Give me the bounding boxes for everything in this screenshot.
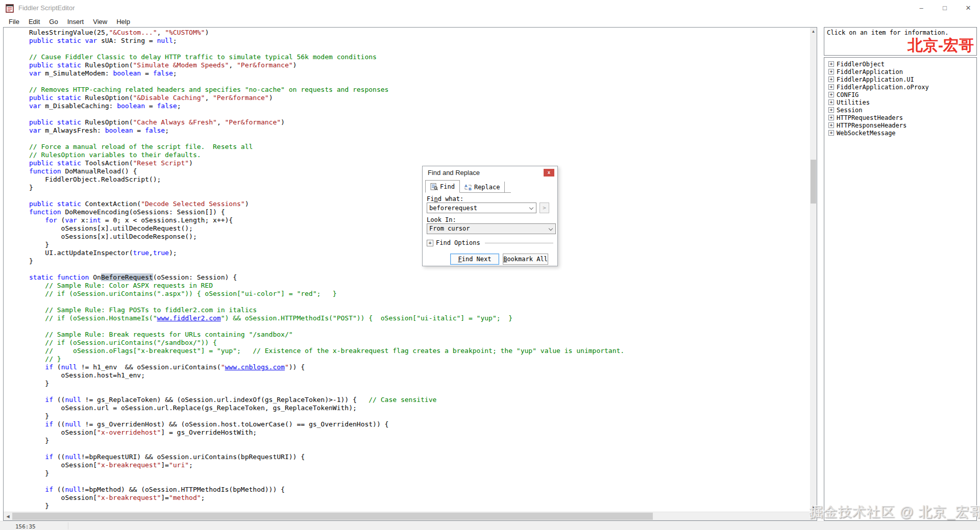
expand-icon[interactable]: + bbox=[828, 69, 834, 74]
expand-icon[interactable]: + bbox=[828, 122, 834, 128]
tree-item-CONFIG[interactable]: +CONFIG bbox=[828, 91, 976, 98]
tree-item-label: Utilities bbox=[837, 99, 870, 106]
tree-item-WebSocketMessage[interactable]: +WebSocketMessage bbox=[828, 129, 976, 137]
find-options-label: Find Options bbox=[436, 239, 480, 246]
code-line: var m_DisableCaching: boolean = false; bbox=[29, 102, 810, 110]
code-line: } bbox=[29, 184, 810, 192]
code-line: // Sample Rule: Flag POSTs to fiddler2.c… bbox=[29, 306, 810, 314]
code-line: public static RulesOption("Cache Always … bbox=[29, 118, 810, 127]
menu-item-edit[interactable]: Edit bbox=[24, 18, 44, 26]
code-line: public static RulesOption("Simulate &Mod… bbox=[29, 61, 810, 69]
tree-item-label: FiddlerObject bbox=[837, 61, 885, 68]
look-in-select[interactable]: From cursor bbox=[427, 223, 556, 234]
code-line: // Cause Fiddler Classic to delay HTTP t… bbox=[29, 53, 810, 61]
code-line: } bbox=[29, 437, 810, 445]
minimize-icon[interactable]: – bbox=[910, 0, 933, 16]
dialog-close-icon[interactable]: x bbox=[544, 169, 554, 176]
code-line bbox=[29, 388, 810, 396]
code-line: if ((null != gs_OverridenHost) && (oSess… bbox=[29, 420, 810, 428]
code-line: public static RulesOption("&Disable Cach… bbox=[29, 94, 810, 102]
app-icon bbox=[5, 4, 14, 13]
code-content[interactable]: RulesStringValue(25,"&Custom...", "%CUST… bbox=[4, 28, 810, 512]
replace-tab-icon: A B bbox=[464, 184, 472, 191]
close-icon[interactable]: ✕ bbox=[957, 0, 980, 16]
code-line: // oSession.oFlags["x-breakrequest"] = "… bbox=[29, 347, 810, 355]
chevron-down-icon[interactable] bbox=[549, 226, 553, 231]
look-in-label: Look In: bbox=[427, 216, 456, 223]
tree-item-FiddlerApplication.UI[interactable]: +FiddlerApplication.UI bbox=[828, 75, 976, 83]
code-line bbox=[29, 135, 810, 143]
tree-item-label: FiddlerApplication.oProxy bbox=[837, 84, 929, 91]
code-line: FiddlerObject.ReloadScript(); bbox=[29, 175, 810, 184]
code-line: public static ContextAction("Decode Sele… bbox=[29, 200, 810, 208]
code-line: oSession["x-overridehost"] = gs_Override… bbox=[29, 428, 810, 437]
tree-item-Session[interactable]: +Session bbox=[828, 106, 976, 114]
menu-item-view[interactable]: View bbox=[88, 18, 112, 26]
expand-plus-icon[interactable]: + bbox=[427, 240, 433, 246]
tree-item-label: CONFIG bbox=[837, 91, 859, 98]
code-line: RulesStringValue(25,"&Custom...", "%CUST… bbox=[29, 29, 810, 37]
tree-item-HTTPResponseHeaders[interactable]: +HTTPResponseHeaders bbox=[828, 121, 976, 129]
scroll-left-icon[interactable]: ◀ bbox=[4, 512, 12, 521]
find-tab-icon bbox=[430, 183, 438, 190]
code-line: if ((null!=bpMethod) && (oSession.HTTPMe… bbox=[29, 486, 810, 494]
bookmark-all-button[interactable]: Bookmark All bbox=[503, 254, 548, 265]
object-tree[interactable]: +FiddlerObject+FiddlerApplication+Fiddle… bbox=[824, 57, 977, 521]
code-line: oSession["x-breakrequest"]="method"; bbox=[29, 494, 810, 502]
dialog-tabs: Find A B Replace bbox=[425, 180, 511, 193]
code-line: } bbox=[29, 380, 810, 388]
horizontal-scrollbar[interactable]: ◀ ▶ bbox=[4, 512, 817, 520]
tree-item-FiddlerApplication.oProxy[interactable]: +FiddlerApplication.oProxy bbox=[828, 83, 976, 91]
title-bar: Fiddler ScriptEditor – □ ✕ bbox=[0, 0, 980, 16]
tree-item-Utilities[interactable]: +Utilities bbox=[828, 98, 976, 106]
tab-replace[interactable]: A B Replace bbox=[460, 182, 505, 192]
code-line: UI.actUpdateInspector(true,true); bbox=[29, 249, 810, 257]
code-line: // if (oSession.uriContains("/sandbox/")… bbox=[29, 339, 810, 347]
code-line: public static ToolsAction("Reset Script"… bbox=[29, 159, 810, 167]
expand-icon[interactable]: + bbox=[828, 92, 834, 97]
find-replace-dialog: Find and Replace x Find A B Replace Find… bbox=[422, 166, 558, 266]
code-line bbox=[29, 265, 810, 273]
expand-icon[interactable]: + bbox=[828, 130, 834, 136]
script-editor[interactable]: RulesStringValue(25,"&Custom...", "%CUST… bbox=[3, 27, 817, 521]
menu-item-insert[interactable]: Insert bbox=[63, 18, 89, 26]
tree-item-label: Session bbox=[837, 107, 863, 114]
svg-text:A: A bbox=[464, 184, 468, 188]
vertical-scrollbar[interactable]: ▲ ▼ bbox=[810, 28, 817, 512]
expand-icon[interactable]: + bbox=[828, 99, 834, 105]
code-line: static function OnBeforeRequest(oSession… bbox=[29, 273, 810, 282]
tree-item-HTTPRequestHeaders[interactable]: +HTTPRequestHeaders bbox=[828, 114, 976, 121]
code-line: } bbox=[29, 412, 810, 420]
expand-icon[interactable]: + bbox=[828, 107, 834, 113]
dialog-title: Find and Replace bbox=[428, 169, 480, 176]
maximize-icon[interactable]: □ bbox=[933, 0, 957, 16]
tree-item-FiddlerApplication[interactable]: +FiddlerApplication bbox=[828, 68, 976, 75]
expand-icon[interactable]: + bbox=[828, 115, 834, 120]
tab-find[interactable]: Find bbox=[425, 180, 460, 193]
find-what-input[interactable] bbox=[427, 203, 536, 213]
info-panel: Click on an item for information. 北京-宏哥 bbox=[824, 27, 977, 56]
find-what-combobox[interactable] bbox=[427, 203, 536, 213]
find-options-expander[interactable]: + Find Options bbox=[427, 239, 553, 246]
svg-text:B: B bbox=[469, 187, 472, 191]
code-line: if (null != h1_env && oSession.uriContai… bbox=[29, 363, 810, 371]
code-line: function DoManualReload() { bbox=[29, 167, 810, 175]
code-line: // Force a manual reload of the script f… bbox=[29, 143, 810, 151]
code-line: } bbox=[29, 257, 810, 265]
code-line bbox=[29, 110, 810, 118]
find-expression-button[interactable]: > bbox=[540, 203, 549, 213]
find-next-button[interactable]: Find Next bbox=[450, 254, 499, 265]
code-line bbox=[29, 45, 810, 53]
menu-item-file[interactable]: File bbox=[4, 18, 24, 26]
horizontal-scroll-thumb[interactable] bbox=[12, 513, 653, 520]
tree-item-FiddlerObject[interactable]: +FiddlerObject bbox=[828, 60, 976, 68]
vertical-scroll-thumb[interactable] bbox=[811, 160, 816, 204]
code-line: // if (oSession.uriContains(".aspx")) { … bbox=[29, 290, 810, 298]
scroll-up-icon[interactable]: ▲ bbox=[810, 29, 817, 34]
code-line: } bbox=[29, 241, 810, 249]
expand-icon[interactable]: + bbox=[828, 84, 834, 90]
expand-icon[interactable]: + bbox=[828, 77, 834, 82]
expand-icon[interactable]: + bbox=[828, 61, 834, 67]
menu-item-help[interactable]: Help bbox=[112, 18, 135, 26]
menu-item-go[interactable]: Go bbox=[44, 18, 62, 26]
